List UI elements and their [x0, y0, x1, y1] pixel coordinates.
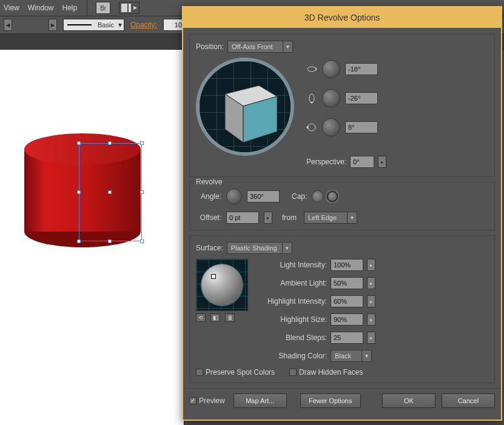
dialog-footer: ✔ Preview Map Art... Fewer Options OK Ca… — [183, 388, 501, 412]
surface-dropdown[interactable]: Plastic Shading ▼ — [227, 242, 292, 254]
shading-color-value: Black — [331, 352, 361, 360]
blend-steps-label: Blend Steps: — [258, 333, 327, 342]
chevron-down-icon: ▼ — [283, 41, 292, 52]
rotate-y-knob[interactable] — [322, 89, 340, 107]
spin-icon[interactable]: ▸ — [367, 313, 375, 326]
position-preset-dropdown[interactable]: Off-Axis Front ▼ — [227, 41, 293, 53]
cancel-button[interactable]: Cancel — [442, 393, 495, 408]
preview-label: Preview — [199, 397, 225, 405]
spin-icon[interactable]: ▸ — [367, 332, 375, 344]
revolve-group: Revolve Angle: 360° Cap: Offset: 0 pt ▸ … — [189, 182, 495, 230]
svg-marker-2 — [133, 6, 137, 10]
selection-handle[interactable] — [108, 239, 112, 243]
offset-spin-icon[interactable]: ▸ — [264, 212, 272, 224]
offset-from-dropdown[interactable]: Left Edge ▼ — [304, 212, 357, 224]
surface-value: Plastic Shading — [227, 244, 282, 252]
ambient-light-label: Ambient Light: — [258, 279, 327, 287]
selection-handle[interactable] — [140, 190, 144, 194]
stroke-style-dropdown[interactable]: Basic ▾ — [63, 19, 124, 31]
stroke-preview-icon — [67, 24, 92, 25]
dialog-title: 3D Revolve Options — [183, 7, 501, 28]
draw-hidden-checkbox[interactable]: Draw Hidden Faces — [289, 368, 363, 376]
chevron-down-icon: ▼ — [347, 212, 357, 223]
shading-color-dropdown[interactable]: Black ▼ — [331, 350, 372, 362]
rotate-x-knob[interactable] — [322, 60, 340, 78]
menu-window[interactable]: Window — [28, 4, 54, 12]
rotate-z-icon — [306, 122, 317, 133]
chevron-down-icon: ▼ — [361, 350, 371, 361]
highlight-size-label: Highlight Size: — [258, 315, 327, 324]
position-group: Position: Off-Axis Front ▼ — [189, 34, 495, 177]
light-preview[interactable] — [196, 259, 248, 311]
shading-color-label: Shading Color: — [258, 352, 327, 360]
perspective-label: Perspective: — [306, 158, 346, 166]
fewer-options-button[interactable]: Fewer Options — [300, 393, 361, 408]
light-new-icon[interactable]: ◧ — [210, 313, 220, 322]
blend-steps-input[interactable]: 25 — [331, 332, 363, 344]
divider — [87, 0, 87, 16]
from-label: from — [282, 213, 297, 222]
opacity-label[interactable]: Opacity: — [130, 21, 157, 29]
spin-icon[interactable]: ▸ — [367, 277, 375, 289]
cap-label: Cap: — [292, 192, 307, 201]
preserve-spot-checkbox[interactable]: Preserve Spot Colors — [196, 368, 275, 376]
artboard[interactable] — [0, 50, 184, 425]
rotate-x-icon — [306, 64, 317, 75]
menu-view[interactable]: View — [4, 4, 19, 12]
cap-on-icon[interactable] — [326, 190, 338, 202]
bridge-icon[interactable]: Br — [96, 2, 110, 14]
svg-rect-1 — [129, 4, 131, 12]
svg-marker-11 — [306, 125, 308, 129]
rotate-y-icon — [306, 93, 317, 104]
cylinder-object[interactable] — [22, 129, 143, 250]
selection-handle[interactable] — [77, 141, 81, 145]
dialog-3d-revolve-options: 3D Revolve Options Position: Off-Axis Fr… — [182, 6, 502, 421]
spin-icon[interactable]: ▸ — [367, 259, 375, 271]
offset-from-value: Left Edge — [304, 214, 347, 221]
svg-rect-0 — [121, 4, 127, 12]
angle-knob[interactable] — [226, 189, 242, 204]
position-label: Position: — [196, 42, 224, 51]
selection-handle[interactable] — [108, 190, 112, 194]
ok-button[interactable]: OK — [382, 393, 435, 408]
next-style-icon[interactable]: ▶ — [49, 19, 57, 31]
light-back-icon[interactable]: ⟲ — [196, 313, 206, 322]
selection-handle[interactable] — [108, 141, 112, 145]
light-point-icon[interactable] — [211, 274, 216, 279]
angle-input[interactable]: 360° — [247, 190, 280, 202]
stroke-style-label: Basic — [95, 21, 116, 28]
preview-checkbox[interactable]: ✔ Preview — [189, 397, 225, 405]
spin-icon[interactable]: ▸ — [367, 295, 375, 307]
draw-hidden-label: Draw Hidden Faces — [299, 368, 363, 376]
highlight-size-input[interactable]: 90% — [331, 313, 363, 326]
selection-handle[interactable] — [140, 239, 144, 243]
selection-handle[interactable] — [77, 239, 81, 243]
rotate-z-input[interactable]: 8° — [345, 121, 378, 133]
ambient-light-input[interactable]: 50% — [331, 277, 363, 289]
rotation-cube-preview[interactable] — [196, 58, 294, 156]
perspective-spin-icon[interactable]: ▸ — [378, 156, 386, 168]
arrange-documents-icon[interactable] — [119, 2, 139, 14]
svg-marker-9 — [315, 67, 317, 71]
selection-handle[interactable] — [77, 190, 81, 194]
selection-handle[interactable] — [140, 141, 144, 145]
highlight-intensity-input[interactable]: 60% — [331, 295, 363, 307]
rotate-x-input[interactable]: -18° — [345, 63, 378, 75]
chevron-down-icon: ▼ — [282, 243, 292, 253]
light-intensity-label: Light Intensity: — [258, 261, 327, 269]
prev-style-icon[interactable]: ◀ — [4, 19, 12, 31]
map-art-button[interactable]: Map Art... — [234, 393, 287, 408]
revolve-group-label: Revolve — [193, 178, 224, 186]
cap-off-icon[interactable] — [312, 190, 324, 202]
menu-help[interactable]: Help — [62, 4, 77, 12]
offset-input[interactable]: 0 pt — [226, 212, 259, 224]
surface-group: Surface: Plastic Shading ▼ ⟲ ◧ — [189, 235, 495, 383]
rotate-y-input[interactable]: -26° — [345, 92, 378, 104]
light-intensity-input[interactable]: 100% — [331, 259, 363, 271]
offset-label: Offset: — [196, 213, 221, 222]
rotate-z-knob[interactable] — [322, 118, 340, 136]
light-delete-icon[interactable]: 🗑 — [225, 313, 235, 322]
position-preset-value: Off-Axis Front — [228, 43, 283, 50]
angle-label: Angle: — [196, 192, 221, 201]
perspective-input[interactable]: 0° — [350, 156, 374, 168]
